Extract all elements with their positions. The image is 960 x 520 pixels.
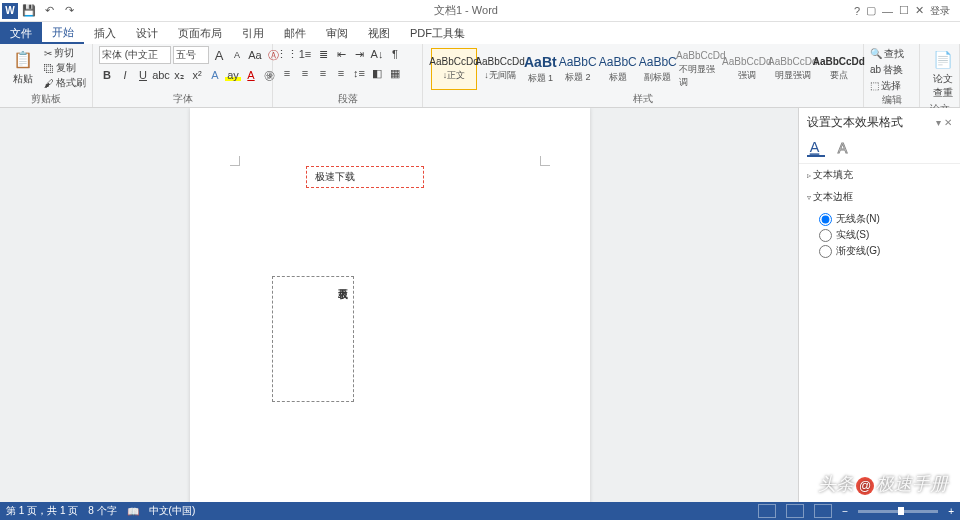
status-words[interactable]: 8 个字 [88,504,116,518]
text-effects-tab[interactable]: A [835,139,853,157]
paste-button[interactable]: 📋 粘贴 [6,46,40,88]
page[interactable]: 极速下载 天极下载 [190,108,590,502]
style-item[interactable]: AaBbCcDd不明显强调 [678,48,724,90]
multilevel-button[interactable]: ≣ [315,46,331,62]
help-icon[interactable]: ? [854,5,860,17]
italic-button[interactable]: I [117,67,133,83]
margin-corner-tl [230,156,240,166]
tab-view[interactable]: 视图 [358,22,400,44]
zoom-in-button[interactable]: + [948,506,954,517]
view-read-button[interactable] [758,504,776,518]
tab-layout[interactable]: 页面布局 [168,22,232,44]
style-name: 副标题 [644,71,671,84]
font-color-button[interactable]: A [243,67,259,83]
numbering-button[interactable]: 1≡ [297,46,313,62]
style-item[interactable]: AaBbCcDd明显强调 [770,48,816,90]
shrink-font-button[interactable]: A [229,47,245,63]
style-item[interactable]: AaBbCcDd↓无间隔 [477,48,523,90]
cut-button[interactable]: ✂剪切 [44,46,86,60]
addin-button[interactable]: 📄 论文查重 [926,46,960,102]
status-proofing-icon[interactable]: 📖 [127,506,139,517]
shading-button[interactable]: ◧ [369,65,385,81]
status-page[interactable]: 第 1 页，共 1 页 [6,504,78,518]
highlight-button[interactable]: ay [225,67,241,83]
ribbon-options-icon[interactable]: ▢ [866,4,876,17]
view-print-button[interactable] [786,504,804,518]
style-item[interactable]: AaBbC标题 [598,48,638,90]
section-text-outline[interactable]: 文本边框 [799,186,960,208]
style-item[interactable]: AaBbCcDd↓正文 [431,48,477,90]
tab-pdf[interactable]: PDF工具集 [400,22,475,44]
superscript-button[interactable]: x² [189,67,205,83]
subscript-button[interactable]: x₂ [171,67,187,83]
tab-design[interactable]: 设计 [126,22,168,44]
tab-insert[interactable]: 插入 [84,22,126,44]
line-spacing-button[interactable]: ↕≡ [351,65,367,81]
zoom-out-button[interactable]: − [842,506,848,517]
replace-button[interactable]: ab替换 [870,62,903,77]
undo-button[interactable]: ↶ [40,2,58,20]
grow-font-button[interactable]: A [211,47,227,63]
redo-button[interactable]: ↷ [60,2,78,20]
bold-button[interactable]: B [99,67,115,83]
justify-button[interactable]: ≡ [333,65,349,81]
login-link[interactable]: 登录 [930,4,950,18]
find-button[interactable]: 🔍查找 [870,46,904,61]
style-item[interactable]: AaBbC标题 2 [558,48,598,90]
tab-references[interactable]: 引用 [232,22,274,44]
underline-button[interactable]: U [135,67,151,83]
style-preview: AaBbC [559,55,597,69]
style-name: 标题 [609,71,627,84]
text-fill-outline-tab[interactable]: A [807,139,825,157]
align-right-button[interactable]: ≡ [315,65,331,81]
style-item[interactable]: AaBbC副标题 [638,48,678,90]
taskpane-close-icon[interactable]: ▾ ✕ [936,117,952,128]
zoom-slider[interactable] [858,510,938,513]
align-center-button[interactable]: ≡ [297,65,313,81]
save-button[interactable]: 💾 [20,2,38,20]
font-size-select[interactable]: 五号 [173,46,209,64]
view-web-button[interactable] [814,504,832,518]
tab-mailings[interactable]: 邮件 [274,22,316,44]
styles-gallery[interactable]: AaBbCcDd↓正文AaBbCcDd↓无间隔AaBt标题 1AaBbC标题 2… [429,46,857,92]
show-marks-button[interactable]: ¶ [387,46,403,62]
section-text-fill[interactable]: 文本填充 [799,164,960,186]
style-item[interactable]: AaBbCcDd要点 [816,48,862,90]
tab-review[interactable]: 审阅 [316,22,358,44]
style-preview: AaBbCcDd [676,50,725,61]
bullets-button[interactable]: ⋮⋮ [279,46,295,62]
copy-button[interactable]: ⿻复制 [44,61,86,75]
select-button[interactable]: ⬚选择 [870,78,901,93]
status-language[interactable]: 中文(中国) [149,504,196,518]
svg-text:A: A [838,140,848,156]
clipboard-icon: 📋 [12,48,34,70]
textbox-vertical[interactable]: 天极下载 [272,276,354,402]
close-icon[interactable]: ✕ [915,4,924,17]
group-label-font: 字体 [99,92,266,107]
align-left-button[interactable]: ≡ [279,65,295,81]
style-item[interactable]: AaBbCcDd强调 [724,48,770,90]
tab-home[interactable]: 开始 [42,22,84,44]
app-icon[interactable]: W [2,3,18,19]
taskpane-title: 设置文本效果格式 [807,114,903,131]
textbox-selected[interactable]: 极速下载 [306,166,424,188]
border-button[interactable]: ▦ [387,65,403,81]
style-name: 要点 [830,69,848,82]
outline-none-radio[interactable]: 无线条(N) [819,212,952,226]
format-painter-button[interactable]: 🖌格式刷 [44,76,86,90]
outline-gradient-radio[interactable]: 渐变线(G) [819,244,952,258]
text-effect-button[interactable]: A [207,67,223,83]
strike-button[interactable]: abc [153,67,169,83]
increase-indent-button[interactable]: ⇥ [351,46,367,62]
sort-button[interactable]: A↓ [369,46,385,62]
minimize-icon[interactable]: — [882,5,893,17]
change-case-button[interactable]: Aa [247,47,263,63]
tab-file[interactable]: 文件 [0,22,42,44]
decrease-indent-button[interactable]: ⇤ [333,46,349,62]
document-area[interactable]: 极速下载 天极下载 [0,108,798,502]
maximize-icon[interactable]: ☐ [899,4,909,17]
style-item[interactable]: AaBt标题 1 [523,48,558,90]
style-name: 强调 [738,69,756,82]
font-family-select[interactable]: 宋体 (中文正 [99,46,171,64]
outline-solid-radio[interactable]: 实线(S) [819,228,952,242]
